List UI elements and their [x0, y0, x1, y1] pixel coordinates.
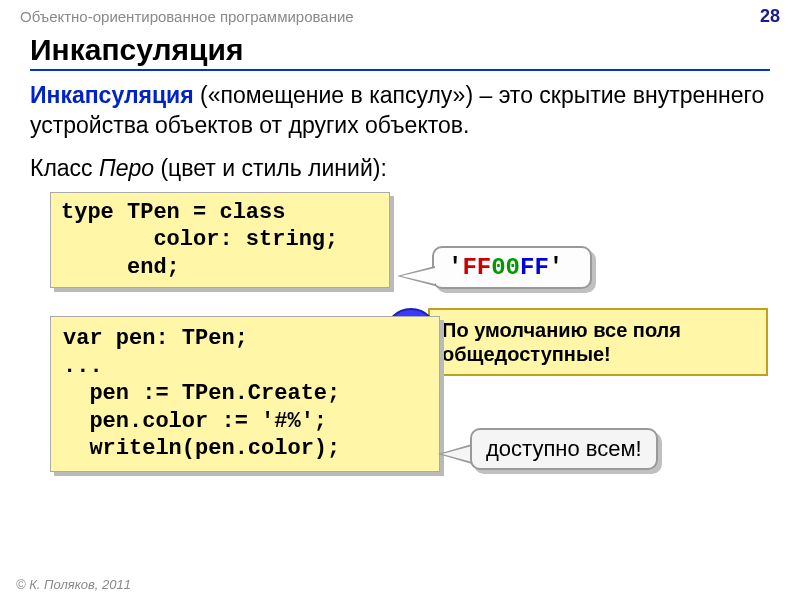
hex-r: FF — [462, 254, 491, 281]
code-block-usage: var pen: TPen; ... pen := TPen.Create; p… — [50, 316, 440, 472]
definition-term: Инкапсуляция — [30, 82, 194, 108]
hex-quote-close: ' — [549, 254, 563, 281]
footer-copyright: © К. Поляков, 2011 — [16, 577, 131, 592]
avail-callout-tail-inner — [442, 446, 472, 462]
hex-g: 00 — [491, 254, 520, 281]
avail-callout: доступно всем! — [470, 428, 658, 470]
class-line: Класс Перо (цвет и стиль линий): — [30, 155, 770, 182]
hex-callout: 'FF00FF' — [432, 246, 592, 289]
code-block-type: type TPen = class color: string; end; — [50, 192, 390, 289]
slide-header: Объектно-ориентированное программировани… — [0, 0, 800, 29]
hex-quote-open: ' — [448, 254, 462, 281]
class-suffix: (цвет и стиль линий): — [154, 155, 387, 181]
hex-callout-tail-inner — [401, 268, 435, 284]
definition-paragraph: Инкапсуляция («помещение в капсулу») – э… — [30, 81, 770, 141]
class-name: Перо — [99, 155, 154, 181]
note-text: По умолчанию все поля общедоступные! — [442, 319, 681, 365]
page-number: 28 — [760, 6, 780, 27]
class-prefix: Класс — [30, 155, 99, 181]
topic-text: Объектно-ориентированное программировани… — [20, 8, 354, 25]
slide-title: Инкапсуляция — [30, 33, 770, 71]
hex-b: FF — [520, 254, 549, 281]
note-box: ! По умолчанию все поля общедоступные! — [428, 308, 768, 376]
